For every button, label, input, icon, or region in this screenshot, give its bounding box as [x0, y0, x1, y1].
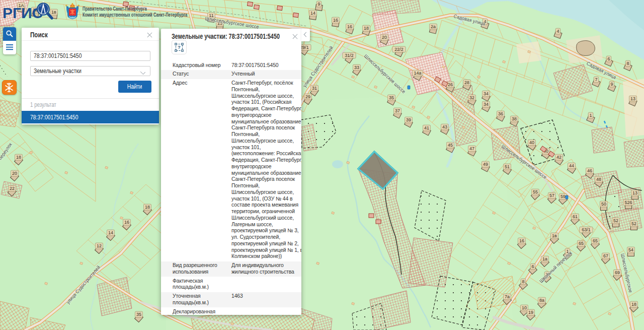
svg-text:7: 7: [595, 77, 597, 82]
svg-text:31: 31: [312, 86, 317, 91]
svg-text:47: 47: [469, 146, 474, 151]
svg-text:1: 1: [589, 113, 592, 118]
svg-text:18: 18: [16, 155, 21, 160]
svg-text:6: 6: [607, 56, 610, 61]
svg-text:38: 38: [512, 116, 517, 121]
svg-text:?: ?: [178, 44, 181, 50]
svg-text:16: 16: [519, 238, 524, 243]
svg-text:9: 9: [610, 82, 613, 87]
svg-text:16: 16: [124, 220, 129, 225]
svg-text:22/2: 22/2: [394, 47, 404, 52]
svg-text:55: 55: [533, 189, 538, 194]
svg-text:18: 18: [631, 302, 636, 307]
svg-text:8а: 8а: [539, 298, 544, 303]
svg-text:4: 4: [556, 29, 559, 34]
svg-text:16: 16: [333, 18, 338, 23]
svg-text:14: 14: [108, 230, 113, 235]
svg-text:13: 13: [630, 96, 635, 101]
svg-text:19: 19: [528, 310, 533, 315]
svg-text:46: 46: [587, 168, 592, 173]
svg-text:33: 33: [354, 65, 359, 70]
svg-text:49: 49: [483, 162, 488, 167]
svg-text:69: 69: [615, 270, 620, 275]
svg-text:28: 28: [464, 80, 469, 85]
svg-text:10: 10: [522, 305, 527, 310]
svg-text:52: 52: [631, 221, 636, 226]
svg-text:6: 6: [531, 264, 534, 269]
svg-text:63/1: 63/1: [582, 227, 591, 232]
svg-text:9: 9: [317, 2, 320, 7]
svg-text:14: 14: [310, 11, 315, 16]
svg-text:8: 8: [626, 61, 629, 66]
svg-text:52: 52: [613, 218, 618, 223]
svg-text:13: 13: [632, 190, 637, 195]
svg-text:29: 29: [305, 94, 310, 99]
svg-text:31/2: 31/2: [345, 53, 354, 58]
svg-text:22: 22: [10, 186, 15, 191]
svg-text:36: 36: [498, 111, 503, 116]
svg-text:59: 59: [560, 194, 566, 199]
svg-text:7а: 7а: [505, 294, 510, 299]
svg-text:526: 526: [624, 200, 632, 205]
svg-text:1а: 1а: [542, 256, 547, 261]
svg-text:61: 61: [573, 214, 578, 219]
svg-text:50: 50: [601, 202, 606, 207]
svg-text:34: 34: [484, 91, 489, 96]
svg-text:44: 44: [569, 163, 574, 168]
svg-text:54: 54: [628, 247, 633, 252]
svg-text:14а: 14а: [414, 71, 421, 76]
svg-text:51: 51: [505, 164, 510, 169]
svg-text:41: 41: [424, 125, 429, 130]
svg-text:65: 65: [579, 241, 584, 246]
svg-text:18: 18: [145, 205, 150, 210]
svg-text:65: 65: [593, 238, 598, 243]
svg-text:16: 16: [347, 24, 352, 29]
svg-text:26: 26: [448, 82, 453, 87]
svg-text:18: 18: [364, 26, 369, 31]
svg-text:39: 39: [406, 117, 411, 122]
svg-text:20: 20: [382, 35, 387, 40]
svg-text:40: 40: [529, 140, 534, 145]
svg-text:8: 8: [522, 279, 524, 284]
svg-text:42: 42: [556, 155, 561, 160]
svg-text:20: 20: [12, 171, 17, 176]
svg-text:1в: 1в: [552, 233, 557, 238]
svg-text:35: 35: [136, 312, 141, 317]
svg-text:45: 45: [448, 143, 453, 148]
svg-text:32: 32: [469, 95, 474, 100]
svg-text:2a: 2a: [431, 24, 436, 29]
svg-text:12: 12: [97, 243, 102, 248]
svg-text:43: 43: [442, 124, 447, 129]
svg-text:57: 57: [549, 193, 554, 198]
svg-text:67: 67: [603, 253, 608, 258]
svg-text:35: 35: [389, 95, 394, 100]
svg-text:37: 37: [395, 108, 400, 113]
svg-text:34: 34: [484, 102, 489, 107]
svg-text:48: 48: [596, 177, 601, 182]
